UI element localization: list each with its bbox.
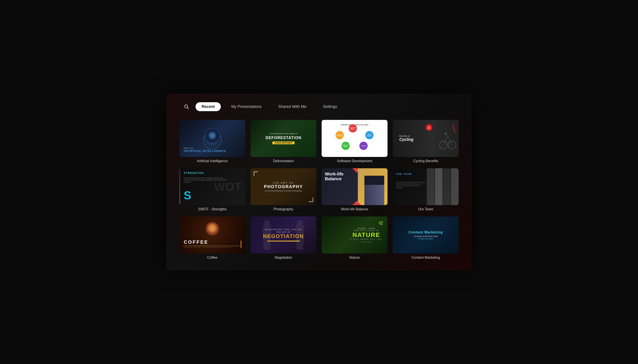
neg-mastering: Mastering the art of <box>263 228 304 230</box>
card-label-photography: Photography <box>250 207 316 211</box>
nat-stay: AND STAY CLOSE TO <box>350 230 383 232</box>
deforestation-content: An introduction to the impact of DEFORES… <box>265 132 301 144</box>
def-badge: SCIENCE DEPARTMENT <box>272 142 294 144</box>
ot-person-4 <box>451 168 459 205</box>
sw-c1: Design &Prototyping <box>336 131 344 139</box>
search-button[interactable] <box>184 104 189 109</box>
ot-title: THE TEAM <box>396 173 412 175</box>
thumb-ourteam: THE TEAM Our employees are our greatest … <box>393 168 459 205</box>
nat-leaf: 🌿 <box>378 221 383 226</box>
def-intro: An introduction to the impact of <box>265 132 301 135</box>
tab-recent[interactable]: Recent <box>195 102 221 111</box>
thumb-swot: STRENGTHS Internal factors that have led… <box>179 168 245 205</box>
sw-c3: Dev &Deploy <box>365 131 374 139</box>
bracket-br <box>309 198 313 202</box>
svg-point-8 <box>429 126 430 128</box>
card-cycling[interactable]: Benefits of Cycling Cycling Benefits <box>393 120 459 163</box>
thumb-worklife: Work-lifeBalance <box>322 168 388 205</box>
card-label-content: Content Marketing <box>393 256 459 260</box>
photo-art: PHOTOGRAPHY <box>264 184 303 189</box>
card-ai[interactable]: ERA OF ARTIFICIAL INTELLIGENCE Artificia… <box>179 120 245 163</box>
sw-c4: Concept &Brain. <box>342 142 350 150</box>
card-label-ai: Artificial Intelligence <box>179 159 245 163</box>
photo-inner: THE ART OF PHOTOGRAPHY An unconventional… <box>264 182 303 192</box>
thumb-software: Software Development Life Cycle Design &… <box>322 120 388 157</box>
coffee-sub: STRONG COFFEE · STRONGER RELATIONSHIPS <box>184 247 240 248</box>
bracket-tl <box>254 172 258 176</box>
nat-author: Frank Lloyd Wright <box>350 241 383 242</box>
presentations-grid: ERA OF ARTIFICIAL INTELLIGENCE Artificia… <box>179 120 459 260</box>
swot-label: STRENGTHS <box>184 172 204 174</box>
card-label-ourteam: Our Team <box>393 207 459 211</box>
card-deforestation[interactable]: An introduction to the impact of DEFORES… <box>250 120 316 163</box>
card-label-nature: Nature <box>322 256 388 260</box>
wl-title: Work-lifeBalance <box>325 172 344 181</box>
card-label-coffee: Coffee <box>179 256 245 260</box>
thumb-content: Content Marketing campaign to generate l… <box>393 216 459 254</box>
card-content[interactable]: Content Marketing campaign to generate l… <box>393 216 459 260</box>
card-label-worklife: Work-life Balance <box>322 207 388 211</box>
app-container: Recent My Presentations Shared With Me S… <box>166 94 472 271</box>
coffee-bar <box>241 241 241 248</box>
svg-line-1 <box>187 108 189 109</box>
def-title: DEFORESTATION <box>265 136 301 140</box>
ot-desc: Our employees are our greatest asset. We… <box>396 181 426 189</box>
card-label-cycling: Cycling Benefits <box>393 159 459 163</box>
cyc-title: Cycling <box>399 137 414 142</box>
card-label-software: Software Development <box>322 159 388 163</box>
thumb-nature: 🌿 STUDY, LOVE AND STAY CLOSE TO NATURE I… <box>322 216 388 254</box>
nav-bar: Recent My Presentations Shared With Me S… <box>179 102 459 111</box>
card-photography[interactable]: THE ART OF PHOTOGRAPHY An unconventional… <box>250 168 316 212</box>
nat-title: NATURE <box>350 232 383 238</box>
thumb-negotiation: Mastering the art of the art of NEGOTIAT… <box>250 216 316 254</box>
card-swot[interactable]: STRENGTHS Internal factors that have led… <box>179 168 245 212</box>
card-label-swot: SWOT - Strengths <box>179 207 245 211</box>
cont-title: Content Marketing <box>409 230 443 234</box>
cont-company: For Zyber Corporation <box>409 238 443 240</box>
cont-sub: campaign to generate leads <box>409 235 443 237</box>
neg-art: the art of <box>263 230 304 233</box>
card-worklife[interactable]: Work-lifeBalance Work-life Balance <box>322 168 388 212</box>
tab-shared-with-me[interactable]: Shared With Me <box>272 102 312 111</box>
nat-never: IT WILL NEVER FAIL YOU. <box>350 238 383 240</box>
neg-bar <box>267 241 300 242</box>
nat-study: STUDY, LOVE <box>350 227 383 230</box>
cyc-badge <box>426 124 432 131</box>
sw-inner: Software Development Life Cycle Design &… <box>325 122 384 155</box>
cyc-benefits: Benefits of <box>399 135 414 137</box>
neg-inner: Mastering the art of the art of NEGOTIAT… <box>263 228 304 242</box>
nat-inner: STUDY, LOVE AND STAY CLOSE TO NATURE IT … <box>350 227 383 242</box>
swot-desc: Internal factors that have led the compa… <box>184 177 228 183</box>
photo-the: THE ART OF <box>264 182 303 184</box>
swot-s: S <box>184 189 191 202</box>
card-software[interactable]: Software Development Life Cycle Design &… <box>322 120 388 163</box>
ot-person-2 <box>435 168 443 205</box>
ot-person-1 <box>427 168 434 205</box>
tab-settings[interactable]: Settings <box>317 102 343 111</box>
neg-title: NEGOTIATION <box>263 233 304 239</box>
coffee-title: COFFEE <box>184 239 240 245</box>
ot-people <box>422 168 459 205</box>
thumb-ai: ERA OF ARTIFICIAL INTELLIGENCE <box>179 120 245 157</box>
thumb-coffee: COFFEE STRONG COFFEE · STRONGER RELATION… <box>179 216 245 254</box>
ai-era-label: ERA OF <box>184 147 226 149</box>
sw-c2: Support &Maint. <box>349 124 357 132</box>
svg-point-7 <box>444 132 447 135</box>
thumb-deforestation: An introduction to the impact of DEFORES… <box>250 120 316 157</box>
card-negotiation[interactable]: Mastering the art of the art of NEGOTIAT… <box>250 216 316 260</box>
photo-sub: An unconventional take on modern photogr… <box>264 190 303 192</box>
card-label-deforestation: Deforestation <box>250 159 316 163</box>
nav-tabs: Recent My Presentations Shared With Me S… <box>195 102 343 111</box>
card-coffee[interactable]: COFFEE STRONG COFFEE · STRONGER RELATION… <box>179 216 245 260</box>
card-ourteam[interactable]: THE TEAM Our employees are our greatest … <box>393 168 459 212</box>
thumb-cycling: Benefits of Cycling <box>393 120 459 157</box>
thumb-photography: THE ART OF PHOTOGRAPHY An unconventional… <box>250 168 316 205</box>
cont-inner: Content Marketing campaign to generate l… <box>409 230 443 240</box>
card-label-negotiation: Negotiation <box>250 256 316 260</box>
sw-c5: Testing <box>359 142 368 150</box>
cyc-text: Benefits of Cycling <box>399 135 414 142</box>
tab-my-presentations[interactable]: My Presentations <box>225 102 268 111</box>
ai-title: ARTIFICIAL INTELLIGENCE <box>184 149 226 152</box>
wl-triangle-bot <box>352 201 361 205</box>
card-nature[interactable]: 🌿 STUDY, LOVE AND STAY CLOSE TO NATURE I… <box>322 216 388 260</box>
